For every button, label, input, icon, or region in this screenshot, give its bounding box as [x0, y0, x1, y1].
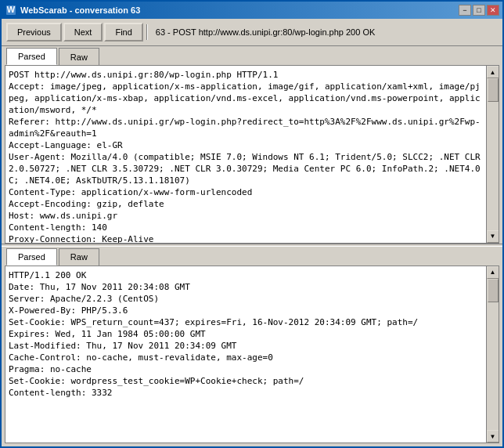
app-icon: W [5, 4, 17, 16]
maximize-button[interactable]: □ [473, 5, 485, 16]
bottom-scroll-down-btn[interactable]: ▼ [487, 430, 499, 443]
bottom-text-content[interactable]: HTTP/1.1 200 OK Date: Thu, 17 Nov 2011 2… [5, 266, 486, 443]
minimize-button[interactable]: − [459, 5, 471, 16]
top-scroll-track[interactable] [488, 78, 499, 230]
main-content: Parsed Raw POST http://www.ds.unipi.gr:8… [2, 46, 502, 446]
top-scroll-up-btn[interactable]: ▲ [487, 66, 499, 78]
title-buttons: − □ ✕ [459, 5, 499, 16]
svg-text:W: W [7, 5, 16, 14]
top-panel: Parsed Raw POST http://www.ds.unipi.gr:8… [2, 46, 502, 244]
bottom-panel: Parsed Raw HTTP/1.1 200 OK Date: Thu, 17… [2, 247, 502, 444]
bottom-content-panel: HTTP/1.1 200 OK Date: Thu, 17 Nov 2011 2… [5, 266, 499, 444]
next-button[interactable]: Next [63, 23, 103, 42]
bottom-tabs-bar: Parsed Raw [2, 247, 502, 266]
title-bar-left: W WebScarab - conversation 63 [5, 4, 140, 16]
top-text-content[interactable]: POST http://www.ds.unipi.gr:80/wp-login.… [5, 66, 486, 243]
bottom-scroll-thumb[interactable] [488, 279, 499, 302]
find-button[interactable]: Find [104, 23, 142, 42]
close-button[interactable]: ✕ [487, 5, 499, 16]
top-content-panel: POST http://www.ds.unipi.gr:80/wp-login.… [5, 65, 499, 244]
top-scrollbar: ▲ ▼ [486, 66, 499, 243]
bottom-tab-raw[interactable]: Raw [59, 248, 99, 266]
bottom-scroll-up-btn[interactable]: ▲ [487, 266, 499, 279]
window-title: WebScarab - conversation 63 [20, 5, 140, 15]
status-text: 63 - POST http://www.ds.unipi.gr:80/wp-l… [151, 27, 380, 37]
bottom-scrollbar: ▲ ▼ [486, 266, 499, 443]
top-tab-parsed[interactable]: Parsed [6, 48, 57, 65]
top-tabs-bar: Parsed Raw [2, 46, 502, 65]
toolbar-separator [146, 24, 148, 40]
main-window: W WebScarab - conversation 63 − □ ✕ Prev… [0, 0, 504, 448]
top-tab-raw[interactable]: Raw [59, 48, 99, 65]
toolbar: Previous Next Find 63 - POST http://www.… [2, 19, 502, 46]
title-bar: W WebScarab - conversation 63 − □ ✕ [2, 2, 502, 19]
top-scroll-thumb[interactable] [488, 78, 499, 102]
bottom-tab-parsed[interactable]: Parsed [6, 248, 57, 266]
previous-button[interactable]: Previous [6, 23, 62, 42]
bottom-scroll-track[interactable] [488, 279, 499, 431]
top-scroll-down-btn[interactable]: ▼ [487, 230, 499, 243]
